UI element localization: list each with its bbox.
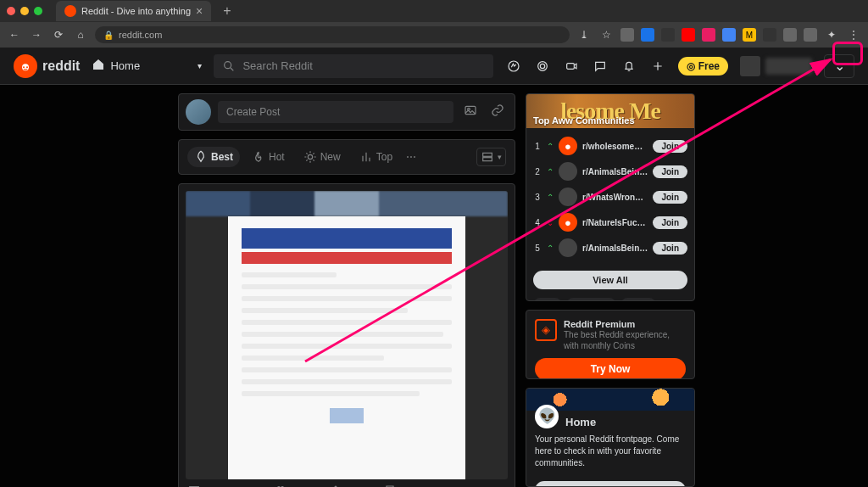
join-button[interactable]: Join: [653, 165, 687, 178]
sort-top-label: Top: [376, 151, 392, 163]
layout-toggle[interactable]: ▾: [476, 148, 506, 166]
sort-top[interactable]: Top: [353, 147, 399, 167]
home-desc: Your personal Reddit frontpage. Come her…: [526, 434, 694, 476]
reddit-header: reddit Home ▾ Search Reddit ◎ Free ⌄: [0, 48, 868, 85]
category-chip[interactable]: Near You: [566, 298, 616, 301]
new-tab-button[interactable]: +: [223, 3, 231, 19]
community-name: r/WhatsWrongWi…: [582, 193, 648, 202]
rocket-icon: [194, 150, 208, 164]
close-window-icon[interactable]: [7, 7, 15, 15]
svg-point-1: [23, 66, 25, 68]
url-text: reddit.com: [119, 30, 162, 40]
ext-icon[interactable]: [682, 28, 695, 42]
create-post-bar: Create Post: [178, 93, 515, 131]
post-card[interactable]: 19 Comments Award Share Save ⋯: [178, 183, 515, 487]
category-chips: TopNear YouNewsGaming: [526, 294, 694, 301]
join-button[interactable]: Join: [653, 191, 687, 204]
community-avatar: ●: [559, 137, 577, 155]
view-all-button[interactable]: View All: [533, 271, 687, 289]
home-title: Home: [565, 416, 596, 428]
user-avatar[interactable]: [186, 99, 211, 125]
install-icon[interactable]: ⤓: [576, 29, 592, 41]
view-all-label: View All: [593, 275, 628, 285]
community-avatar: [559, 188, 577, 206]
community-row[interactable]: 5⌃r/AnimalsBeingB…Join: [533, 235, 687, 260]
join-button[interactable]: Join: [653, 140, 687, 153]
sort-new[interactable]: New: [297, 147, 348, 167]
sort-best[interactable]: Best: [187, 147, 240, 167]
ext-icon[interactable]: [804, 28, 817, 42]
star-icon[interactable]: ☆: [598, 29, 614, 41]
reddit-logo[interactable]: reddit: [14, 54, 80, 78]
svg-point-5: [537, 61, 547, 70]
search-icon: [222, 59, 236, 73]
ext-icon[interactable]: [783, 28, 797, 42]
forward-button[interactable]: →: [29, 29, 44, 41]
chevron-down-icon: ▾: [198, 61, 202, 70]
category-chip[interactable]: News: [620, 298, 656, 301]
ext-icon[interactable]: [661, 28, 675, 42]
free-button[interactable]: ◎ Free: [678, 57, 728, 76]
browser-tab[interactable]: Reddit - Dive into anything ×: [56, 1, 211, 21]
rank: 1: [533, 142, 542, 151]
svg-rect-13: [483, 158, 492, 161]
coin-icon[interactable]: [534, 58, 551, 75]
sort-more-icon[interactable]: ⋯: [406, 151, 416, 163]
svg-rect-12: [483, 153, 492, 156]
home-button[interactable]: ⌂: [73, 29, 88, 41]
reload-button[interactable]: ⟳: [51, 29, 66, 41]
search-placeholder: Search Reddit: [242, 59, 312, 72]
coin-icon: ◎: [687, 60, 695, 72]
sort-best-label: Best: [211, 151, 233, 163]
live-icon[interactable]: [563, 58, 580, 75]
category-chip[interactable]: Top: [533, 298, 562, 301]
home-label: Home: [110, 59, 140, 72]
search-input[interactable]: Search Reddit: [214, 54, 492, 78]
address-bar[interactable]: 🔒 reddit.com: [95, 26, 570, 43]
minimize-window-icon[interactable]: [20, 7, 29, 15]
community-row[interactable]: 3⌃r/WhatsWrongWi…Join: [533, 184, 687, 210]
user-menu[interactable]: [740, 56, 812, 76]
ext-icon[interactable]: [620, 28, 634, 42]
community-avatar: [559, 162, 577, 181]
sort-bar: Best Hot New Top ⋯ ▾: [178, 139, 515, 175]
maximize-window-icon[interactable]: [34, 7, 42, 15]
username: [765, 58, 812, 75]
community-name: r/NatureIsFuckin…: [582, 218, 648, 227]
widget-banner: lesome Me Top Aww Communities: [526, 94, 694, 128]
try-now-button[interactable]: Try Now: [535, 358, 686, 379]
svg-point-6: [540, 64, 544, 68]
chat-icon[interactable]: [592, 58, 609, 75]
ext-icon[interactable]: M: [743, 28, 756, 42]
ext-icon[interactable]: [702, 28, 715, 42]
popular-icon[interactable]: [505, 58, 522, 75]
home-selector[interactable]: Home ▾: [92, 58, 202, 75]
try-now-label: Try Now: [591, 363, 631, 375]
notifications-icon[interactable]: [620, 58, 637, 75]
rank-trend-icon: ⌃: [547, 142, 554, 151]
create-icon[interactable]: [649, 58, 666, 75]
community-avatar: ●: [559, 213, 577, 232]
extension-icons: ⤓ ☆ M ✦ ⋮: [576, 28, 861, 42]
window-controls[interactable]: [7, 7, 42, 15]
user-dropdown-button[interactable]: ⌄: [824, 54, 854, 78]
create-post-button[interactable]: Create Post: [535, 481, 686, 487]
link-post-icon[interactable]: [487, 104, 508, 120]
community-row[interactable]: 1⌃●r/wholesomeme…Join: [533, 133, 687, 159]
close-tab-icon[interactable]: ×: [196, 4, 203, 18]
join-button[interactable]: Join: [653, 216, 687, 229]
ext-icon[interactable]: [722, 28, 736, 42]
extensions-button[interactable]: ✦: [824, 29, 839, 41]
community-row[interactable]: 2⌃r/AnimalsBeing…Join: [533, 159, 687, 184]
sort-hot[interactable]: Hot: [245, 147, 292, 167]
card-layout-icon: [481, 150, 494, 164]
ext-icon[interactable]: [763, 28, 776, 42]
menu-icon[interactable]: ⋮: [846, 29, 861, 41]
community-row[interactable]: 4⌄●r/NatureIsFuckin…Join: [533, 210, 687, 235]
ext-icon[interactable]: [641, 28, 654, 42]
snoo-icon: 👽: [535, 405, 559, 428]
join-button[interactable]: Join: [653, 242, 687, 255]
back-button[interactable]: ←: [7, 29, 22, 41]
create-post-input[interactable]: Create Post: [218, 101, 453, 123]
image-post-icon[interactable]: [460, 104, 481, 120]
